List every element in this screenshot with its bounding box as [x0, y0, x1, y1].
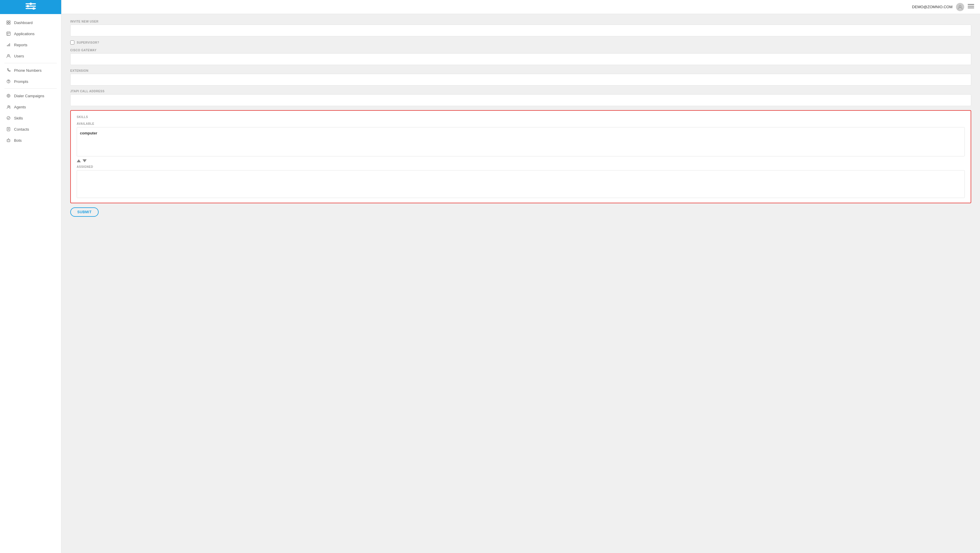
supervisor-label: SUPERVISOR?: [77, 41, 99, 44]
sidebar-item-skills[interactable]: Skills: [0, 113, 61, 124]
svg-point-16: [7, 94, 10, 97]
invite-new-user-label: INVITE NEW USER: [70, 20, 971, 23]
extension-field: EXTENSION: [70, 69, 971, 86]
svg-rect-7: [7, 32, 10, 35]
svg-rect-24: [7, 139, 10, 142]
topbar: DEMO@ZOMNIO.COM: [62, 0, 980, 14]
svg-rect-11: [8, 44, 9, 46]
supervisor-checkbox[interactable]: [70, 40, 74, 45]
svg-point-2: [32, 7, 35, 10]
submit-button[interactable]: SUBMIT: [70, 207, 99, 217]
svg-rect-21: [7, 127, 10, 131]
svg-point-25: [8, 140, 8, 141]
svg-point-1: [27, 5, 29, 7]
extension-label: EXTENSION: [70, 69, 971, 72]
agents-icon: [6, 104, 11, 110]
sidebar-navigation: Dashboard Applications Reports Users Ph: [0, 14, 61, 149]
sidebar-item-label-prompts: Prompts: [14, 80, 28, 84]
extension-input[interactable]: [70, 74, 971, 86]
sidebar-item-label-reports: Reports: [14, 43, 27, 47]
sidebar-item-contacts[interactable]: Contacts: [0, 124, 61, 135]
sidebar-item-label-dashboard: Dashboard: [14, 21, 33, 25]
contacts-icon: [6, 126, 11, 132]
prompts-icon: [6, 79, 11, 84]
dialer-campaigns-icon: [6, 93, 11, 99]
move-up-arrow[interactable]: [77, 159, 81, 162]
jtapi-field: JTAPI CALL ADDRESS: [70, 89, 971, 106]
available-skills-list[interactable]: computer: [77, 127, 965, 156]
user-form: INVITE NEW USER SUPERVISOR? CISCO GATEWA…: [70, 20, 971, 217]
sidebar-logo: [25, 2, 37, 12]
form-content: INVITE NEW USER SUPERVISOR? CISCO GATEWA…: [62, 14, 980, 553]
jtapi-input[interactable]: [70, 94, 971, 106]
svg-point-28: [8, 138, 9, 139]
svg-rect-4: [9, 21, 10, 22]
svg-rect-10: [7, 45, 8, 46]
cisco-gateway-label: CISCO GATEWAY: [70, 49, 971, 52]
phone-numbers-icon: [6, 68, 11, 73]
users-icon: [6, 53, 11, 59]
sidebar-item-agents[interactable]: Agents: [0, 101, 61, 113]
bots-icon: [6, 138, 11, 143]
sidebar-item-label-bots: Bots: [14, 138, 22, 143]
cisco-gateway-field: CISCO GATEWAY: [70, 49, 971, 65]
skills-arrows-container: [77, 159, 965, 162]
sidebar-item-label-skills: Skills: [14, 116, 23, 120]
move-down-arrow[interactable]: [83, 159, 87, 162]
assigned-skills-list[interactable]: [77, 170, 965, 198]
svg-point-18: [8, 106, 10, 107]
svg-rect-12: [10, 43, 10, 46]
sidebar-item-label-dialer-campaigns: Dialer Campaigns: [14, 94, 44, 98]
skill-item-computer[interactable]: computer: [80, 130, 962, 137]
sidebar-divider-1: [5, 63, 57, 63]
main-area: DEMO@ZOMNIO.COM INVITE NEW USER SUPERVIS…: [62, 0, 980, 553]
svg-point-26: [9, 140, 10, 141]
sidebar-divider-2: [5, 88, 57, 89]
jtapi-label: JTAPI CALL ADDRESS: [70, 89, 971, 93]
sidebar-item-label-users: Users: [14, 54, 24, 58]
applications-icon: [6, 31, 11, 36]
sidebar-item-reports[interactable]: Reports: [0, 39, 61, 50]
cisco-gateway-input[interactable]: [70, 53, 971, 65]
sidebar-item-label-contacts: Contacts: [14, 127, 29, 132]
dashboard-icon: [6, 20, 11, 25]
reports-icon: [6, 42, 11, 48]
svg-rect-6: [9, 23, 10, 24]
sidebar-item-label-phone-numbers: Phone Numbers: [14, 68, 41, 73]
sidebar-item-dialer-campaigns[interactable]: Dialer Campaigns: [0, 90, 61, 101]
user-avatar-icon[interactable]: [956, 3, 964, 11]
supervisor-row: SUPERVISOR?: [70, 40, 971, 45]
skills-icon: [6, 115, 11, 121]
sidebar-item-label-agents: Agents: [14, 105, 26, 109]
sidebar-item-bots[interactable]: Bots: [0, 135, 61, 146]
svg-point-20: [7, 116, 10, 120]
svg-point-19: [10, 106, 10, 107]
svg-point-0: [30, 3, 32, 5]
sidebar-item-users[interactable]: Users: [0, 50, 61, 62]
svg-rect-5: [7, 23, 8, 24]
sidebar-item-prompts[interactable]: Prompts: [0, 76, 61, 87]
available-label: AVAILABLE: [77, 122, 965, 125]
sidebar-header: [0, 0, 61, 14]
skills-section: SKILLS AVAILABLE computer ASSIGNED: [70, 110, 971, 203]
sidebar-item-phone-numbers[interactable]: Phone Numbers: [0, 65, 61, 76]
sidebar-item-applications[interactable]: Applications: [0, 28, 61, 39]
menu-icon[interactable]: [968, 3, 974, 10]
sidebar-item-dashboard[interactable]: Dashboard: [0, 17, 61, 28]
topbar-username: DEMO@ZOMNIO.COM: [912, 5, 953, 9]
assigned-label: ASSIGNED: [77, 165, 965, 169]
invite-new-user-field: INVITE NEW USER: [70, 20, 971, 36]
skills-section-title: SKILLS: [77, 115, 965, 119]
sidebar: Dashboard Applications Reports Users Ph: [0, 0, 62, 553]
sidebar-item-label-applications: Applications: [14, 32, 35, 36]
svg-rect-3: [7, 21, 8, 22]
svg-point-17: [8, 95, 10, 97]
invite-new-user-input[interactable]: [70, 25, 971, 36]
